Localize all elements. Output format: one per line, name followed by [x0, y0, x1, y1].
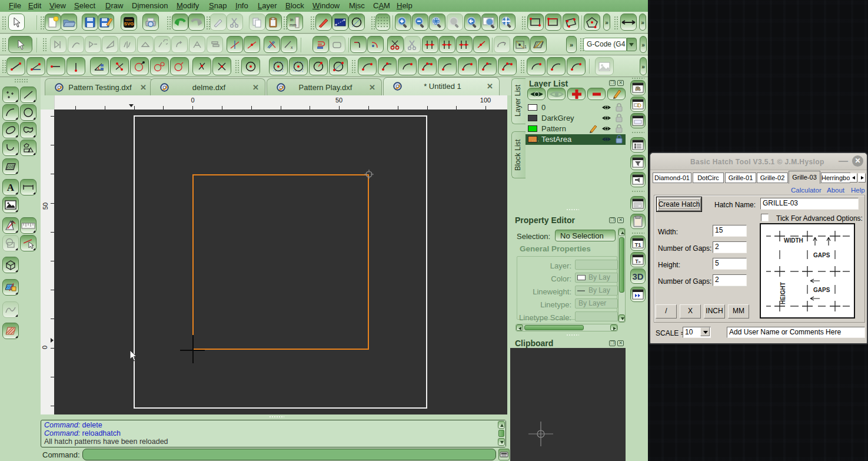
- svg-text:mm: mm: [290, 23, 297, 27]
- svg-text:GAPS: GAPS: [813, 287, 830, 293]
- svg-text:.1: .1: [523, 45, 527, 49]
- svg-text:T: T: [635, 258, 638, 264]
- svg-text:x: x: [291, 45, 293, 49]
- svg-text:WIDTH: WIDTH: [784, 237, 803, 244]
- svg-text:GAPS: GAPS: [813, 252, 830, 258]
- svg-text:T1: T1: [635, 242, 641, 248]
- svg-text:in: in: [290, 18, 294, 22]
- svg-text:SVG: SVG: [124, 21, 134, 26]
- svg-text:HEIGHT: HEIGHT: [780, 282, 786, 304]
